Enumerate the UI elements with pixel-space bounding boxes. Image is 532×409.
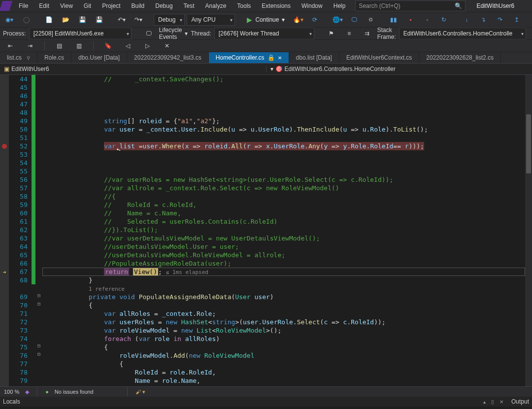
hot-reload-button[interactable]: 🔥▾ xyxy=(291,14,305,25)
step-over-button[interactable]: ↷ xyxy=(493,14,507,25)
bookmark-button[interactable]: 🔖 xyxy=(100,40,115,51)
tab-role-cs[interactable]: Role.cs xyxy=(37,52,71,63)
platform-dropdown[interactable]: Any CPU xyxy=(187,14,235,26)
menu-file[interactable]: File xyxy=(14,1,33,10)
stop-all-button[interactable]: ▫ xyxy=(420,14,434,25)
clear-bookmarks-button[interactable]: ✕ xyxy=(160,40,174,51)
prev-bookmark-button[interactable]: ◁ xyxy=(120,40,135,51)
menu-window[interactable]: Window xyxy=(297,1,328,10)
menu-help[interactable]: Help xyxy=(329,1,351,10)
outlining-margin[interactable]: ⊟⊟⊟⊟ xyxy=(35,75,42,386)
menu-build[interactable]: Build xyxy=(127,1,150,10)
indent-less-button[interactable]: ⇤ xyxy=(3,40,18,51)
class-selector[interactable]: ▾ 🎯 EditWithUser6.Controllers.HomeContro… xyxy=(266,66,532,72)
menu-project[interactable]: Project xyxy=(97,1,125,10)
class-icon: 🎯 xyxy=(275,66,283,72)
close-icon[interactable]: ✕ xyxy=(278,55,282,61)
continue-button[interactable]: ▶ Continue ▾ xyxy=(243,16,289,24)
standard-toolbar: ◉▾ ◯ 📄 📂 💾 💾 ↶▾ ↷▾ Debug Any CPU ▶ Conti… xyxy=(0,12,532,28)
issues-label[interactable]: No issues found xyxy=(55,389,94,395)
flag-icon[interactable]: ⚑ xyxy=(324,28,339,39)
code-editor[interactable]: ➔ 44454647484950515253545556575859606162… xyxy=(0,75,532,386)
project-selector[interactable]: ▣ EditWithUser6 xyxy=(0,66,266,72)
open-button[interactable]: 📂 xyxy=(58,14,73,25)
tab-context[interactable]: EditWithUser6Context.cs xyxy=(339,52,419,63)
menu-bar: File Edit View Git Project Build Debug T… xyxy=(0,0,532,12)
lock-icon: 🔒 xyxy=(267,54,275,61)
nav-fwd-button[interactable]: ◯ xyxy=(19,14,33,25)
tab-dbo-user[interactable]: dbo.User [Data] xyxy=(71,52,127,63)
comment-button[interactable]: ▤ xyxy=(52,40,66,51)
code-nav-bar: ▣ EditWithUser6 ▾ 🎯 EditWithUser6.Contro… xyxy=(0,64,532,75)
scrollbar-thumb[interactable] xyxy=(526,114,531,173)
document-tabs: list.cs Role.cs dbo.User [Data] 20220223… xyxy=(0,52,532,64)
thread-dropdown[interactable]: [26676] Worker Thread xyxy=(214,28,314,39)
config-dropdown[interactable]: Debug xyxy=(154,14,185,26)
save-button[interactable]: 💾 xyxy=(75,14,90,25)
stackframe-dropdown[interactable]: EditWithUser6.Controllers.HomeControlle xyxy=(399,28,526,39)
line-number-margin: 4445464748495051525354555657585960616263… xyxy=(9,75,32,386)
lifecycle-label[interactable]: Lifecycle Events xyxy=(159,27,182,40)
search-box[interactable]: Search (Ctrl+Q) 🔍 xyxy=(355,0,466,11)
stackframe-label: Stack Frame: xyxy=(377,27,396,40)
output-tab[interactable]: Output xyxy=(511,398,529,405)
show-next-button[interactable]: ↓ xyxy=(459,14,474,25)
menu-test[interactable]: Test xyxy=(179,1,200,10)
undo-button[interactable]: ↶▾ xyxy=(114,14,129,25)
step-out-button[interactable]: ↥ xyxy=(509,14,524,25)
text-editor-toolbar: ⇤ ⇥ ▤ ▥ 🔖 ◁ ▷ ✕ xyxy=(0,40,532,52)
web-button[interactable]: 🖵 xyxy=(347,14,362,25)
vs-logo-icon xyxy=(0,1,12,11)
redo-button[interactable]: ↷▾ xyxy=(131,14,146,25)
save-all-button[interactable]: 💾 xyxy=(92,14,106,25)
new-item-button[interactable]: 📄 xyxy=(41,14,56,25)
window-controls[interactable]: ▴ ▯ ✕ xyxy=(483,399,505,405)
search-placeholder: Search (Ctrl+Q) xyxy=(359,2,400,9)
tab-dbo-list[interactable]: dbo.list [Data] xyxy=(289,52,339,63)
process-label: Process: xyxy=(3,30,26,37)
menu-edit[interactable]: Edit xyxy=(34,1,54,10)
menu-tools[interactable]: Tools xyxy=(232,1,256,10)
pause-button[interactable]: ▮▮ xyxy=(386,14,401,25)
next-bookmark-button[interactable]: ▷ xyxy=(140,40,155,51)
menu-debug[interactable]: Debug xyxy=(150,1,177,10)
change-margin xyxy=(32,75,35,386)
tab-migration-list2[interactable]: 20220223092628_list2.cs xyxy=(419,52,501,63)
csharp-project-icon: ▣ xyxy=(4,66,9,72)
tab-list-cs[interactable]: list.cs xyxy=(0,52,37,63)
nav-back-button[interactable]: ◉▾ xyxy=(2,14,17,25)
bottom-tool-tabs: Locals ▴ ▯ ✕ Output xyxy=(0,397,532,407)
ok-icon: ● xyxy=(45,389,49,395)
zoom-level[interactable]: 100 % xyxy=(4,389,19,395)
debug-location-bar: Process: [22508] EditWithUser6.exe 🖵 Lif… xyxy=(0,28,532,40)
search-icon: 🔍 xyxy=(455,2,462,9)
restart-debug-button[interactable]: ↻ xyxy=(436,14,451,25)
solution-name: EditWithUser6 xyxy=(476,2,514,9)
lifecycle-icon[interactable]: 🖵 xyxy=(141,28,156,39)
filter-icon[interactable]: ≡ xyxy=(342,28,357,39)
tab-migration-list3[interactable]: 20220223092942_list3.cs xyxy=(127,52,209,63)
uncomment-button[interactable]: ▥ xyxy=(71,40,86,51)
thread-label: Thread: xyxy=(191,30,211,37)
process-dropdown[interactable]: [22508] EditWithUser6.exe xyxy=(29,28,132,39)
menu-extensions[interactable]: Extensions xyxy=(257,1,296,10)
editor-status-bar: 100 % ◆ ● No issues found 🖌 ▾ xyxy=(0,386,532,397)
menu-analyze[interactable]: Analyze xyxy=(200,1,232,10)
indent-more-button[interactable]: ⇥ xyxy=(23,40,37,51)
tab-homecontroller[interactable]: HomeController.cs 🔒 ✕ xyxy=(209,52,289,63)
code-area[interactable]: // _context.SaveChanges(); string[] role… xyxy=(42,75,525,386)
threads-icon[interactable]: ⇉ xyxy=(360,28,374,39)
vertical-scrollbar[interactable] xyxy=(525,75,532,386)
settings-button[interactable]: ⛭ xyxy=(364,14,378,25)
brush-icon[interactable]: 🖌 ▾ xyxy=(135,389,145,395)
scope-icon[interactable]: ◆ xyxy=(25,389,29,395)
menu-view[interactable]: View xyxy=(55,1,78,10)
step-into-button[interactable]: ↴ xyxy=(476,14,491,25)
menu-git[interactable]: Git xyxy=(79,1,96,10)
play-icon: ▶ xyxy=(247,16,252,24)
restart-button[interactable]: ⟳ xyxy=(307,14,322,25)
stop-button[interactable]: ▪ xyxy=(403,14,418,25)
locals-tab[interactable]: Locals xyxy=(3,398,20,405)
browser-link-button[interactable]: 🌐▾ xyxy=(330,14,345,25)
